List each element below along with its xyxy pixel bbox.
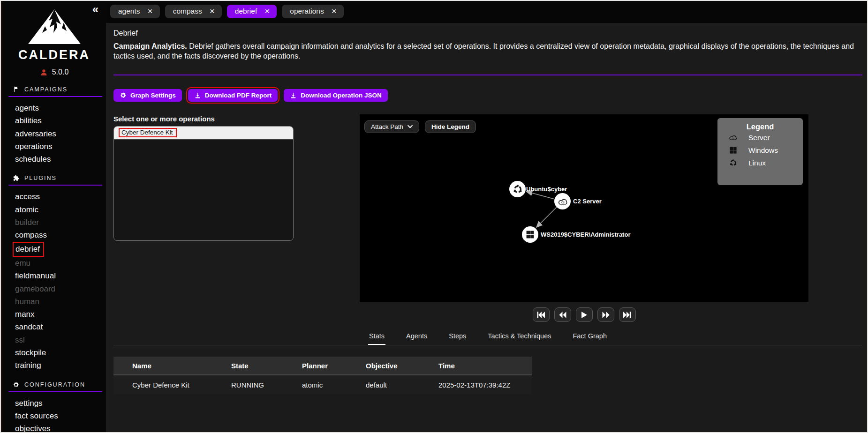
tab-operations[interactable]: operations × bbox=[282, 5, 344, 18]
brand-name: CALDERA bbox=[2, 48, 106, 62]
version-row: 5.0.0 bbox=[2, 68, 106, 76]
sidebar-item-training[interactable]: training bbox=[15, 359, 106, 372]
legend-item-server: C2 Server bbox=[717, 131, 803, 144]
page-title: Debrief bbox=[113, 29, 138, 37]
sidebar-item-ssl: ssl bbox=[15, 334, 106, 346]
node-c2-server[interactable]: C2 bbox=[554, 193, 571, 209]
sidebar-item-abilities[interactable]: abilities bbox=[15, 114, 106, 127]
operation-annotation-box: Cyber Defence Kit bbox=[119, 128, 177, 137]
sidebar-item-fieldmanual[interactable]: fieldmanual bbox=[15, 269, 106, 282]
sidebar-item-operations[interactable]: operations bbox=[15, 140, 106, 153]
gear-icon bbox=[13, 381, 20, 388]
tab-steps[interactable]: Steps bbox=[448, 328, 467, 345]
sidebar-item-objectives[interactable]: objectives bbox=[15, 422, 106, 433]
sidebar-item-debrief[interactable]: debrief bbox=[15, 242, 106, 257]
sidebar-item-compass[interactable]: compass bbox=[15, 229, 106, 241]
download-operation-json-button[interactable]: Download Operation JSON bbox=[284, 89, 388, 102]
page-description: Campaign Analytics. Debrief gathers over… bbox=[113, 41, 862, 61]
sidebar-item-access[interactable]: access bbox=[15, 190, 106, 203]
tab-agents[interactable]: agents × bbox=[110, 5, 160, 18]
tab-label: compass bbox=[173, 7, 202, 15]
sidebar-collapse-icon[interactable]: « bbox=[92, 4, 98, 15]
sidebar-item-emu: emu bbox=[15, 257, 106, 269]
sidebar-item-gameboard: gameboard bbox=[15, 283, 106, 295]
legend-item-windows: Windows bbox=[717, 144, 803, 157]
legend-title: Legend bbox=[717, 118, 803, 131]
svg-text:C2: C2 bbox=[561, 201, 564, 203]
description-body: Debrief gathers overall campaign informa… bbox=[113, 42, 854, 60]
skip-end-button[interactable] bbox=[619, 307, 636, 322]
table-header-row: Name State Planner Objective Time bbox=[113, 357, 532, 374]
play-icon bbox=[581, 312, 587, 318]
close-icon[interactable]: × bbox=[148, 7, 153, 15]
open-tabs-bar: agents × compass × debrief × operations … bbox=[106, 1, 868, 23]
gear-icon bbox=[120, 92, 127, 99]
node-windows-agent[interactable] bbox=[522, 226, 538, 243]
column-header-name: Name bbox=[113, 362, 231, 370]
tab-compass[interactable]: compass × bbox=[165, 5, 222, 18]
node-label-windows: WS2019$CYBER\Administrator bbox=[541, 231, 630, 238]
tab-fact-graph[interactable]: Fact Graph bbox=[572, 328, 608, 345]
sidebar-item-agents[interactable]: agents bbox=[15, 102, 106, 114]
cloud-icon: C2 bbox=[728, 134, 738, 141]
debrief-toolbar: Graph Settings Download PDF Report Downl… bbox=[113, 89, 388, 102]
edge-c2-to-windows bbox=[537, 207, 557, 227]
sidebar-item-adversaries[interactable]: adversaries bbox=[15, 127, 106, 140]
download-icon bbox=[194, 92, 201, 99]
tab-label: debrief bbox=[235, 7, 257, 15]
operation-option-cyber-defence-kit[interactable]: Cyber Defence Kit bbox=[114, 127, 293, 140]
sidebar-item-manx[interactable]: manx bbox=[15, 308, 106, 321]
tab-debrief[interactable]: debrief × bbox=[227, 5, 277, 18]
fast-forward-icon bbox=[602, 312, 610, 318]
close-icon[interactable]: × bbox=[264, 7, 270, 15]
sidebar-item-sandcat[interactable]: sandcat bbox=[15, 321, 106, 333]
skip-start-button[interactable] bbox=[533, 307, 550, 322]
download-pdf-report-button[interactable]: Download PDF Report bbox=[188, 89, 278, 102]
debrief-page: Debrief Campaign Analytics. Debrief gath… bbox=[106, 23, 868, 433]
cell-name: Cyber Defence Kit bbox=[113, 381, 231, 389]
caldera-app-window: « CALDERA 5.0.0 CAMPAIGNS bbox=[0, 0, 868, 433]
cell-time: 2025-02-13T07:39:42Z bbox=[438, 381, 532, 389]
fast-forward-button[interactable] bbox=[597, 307, 614, 322]
windows-icon bbox=[728, 146, 738, 154]
flag-icon bbox=[13, 86, 20, 93]
cell-planner: atomic bbox=[302, 381, 366, 389]
tab-tactics-techniques[interactable]: Tactics & Techniques bbox=[487, 328, 552, 345]
close-icon[interactable]: × bbox=[332, 7, 337, 15]
divider bbox=[113, 75, 862, 75]
column-header-objective: Objective bbox=[366, 362, 438, 370]
node-ubuntu-agent[interactable] bbox=[509, 181, 526, 197]
section-divider bbox=[8, 96, 102, 97]
sidebar-item-stockpile[interactable]: stockpile bbox=[15, 346, 106, 359]
operations-listbox[interactable]: Cyber Defence Kit bbox=[113, 126, 294, 241]
linux-icon bbox=[513, 184, 523, 194]
node-label-ubuntu: Ubuntu$cyber bbox=[526, 186, 567, 193]
cloud-icon: C2 bbox=[557, 197, 569, 206]
column-header-planner: Planner bbox=[302, 362, 366, 370]
tab-agents-detail[interactable]: Agents bbox=[405, 328, 428, 345]
sidebar-item-builder: builder bbox=[15, 216, 106, 229]
play-button[interactable] bbox=[576, 307, 593, 322]
column-header-time: Time bbox=[438, 362, 532, 370]
column-header-state: State bbox=[231, 362, 302, 370]
sidebar-item-settings[interactable]: settings bbox=[15, 397, 106, 410]
graph-settings-button[interactable]: Graph Settings bbox=[113, 89, 182, 102]
rewind-button[interactable] bbox=[554, 307, 571, 322]
sidebar-item-atomic[interactable]: atomic bbox=[15, 203, 106, 216]
node-label-c2-server: C2 Server bbox=[573, 198, 602, 205]
tab-stats[interactable]: Stats bbox=[368, 328, 385, 345]
section-divider bbox=[8, 391, 102, 392]
button-label: Download PDF Report bbox=[205, 92, 272, 99]
campaigns-nav: agents abilities adversaries operations … bbox=[2, 100, 106, 165]
close-icon[interactable]: × bbox=[210, 7, 215, 15]
sidebar-item-schedules[interactable]: schedules bbox=[15, 153, 106, 165]
section-title: PLUGINS bbox=[24, 175, 57, 181]
cell-objective: default bbox=[366, 381, 438, 389]
edge-c2-to-ubuntu bbox=[527, 192, 555, 199]
puzzle-icon bbox=[13, 175, 20, 181]
cell-state: RUNNING bbox=[231, 381, 302, 389]
section-title: CONFIGURATION bbox=[24, 381, 85, 388]
sidebar-item-fact-sources[interactable]: fact sources bbox=[15, 410, 106, 422]
detail-tabs-bar: Stats Agents Steps Tactics & Techniques … bbox=[113, 328, 862, 345]
attack-graph-panel: Attack Path Hide Legend bbox=[360, 114, 808, 302]
